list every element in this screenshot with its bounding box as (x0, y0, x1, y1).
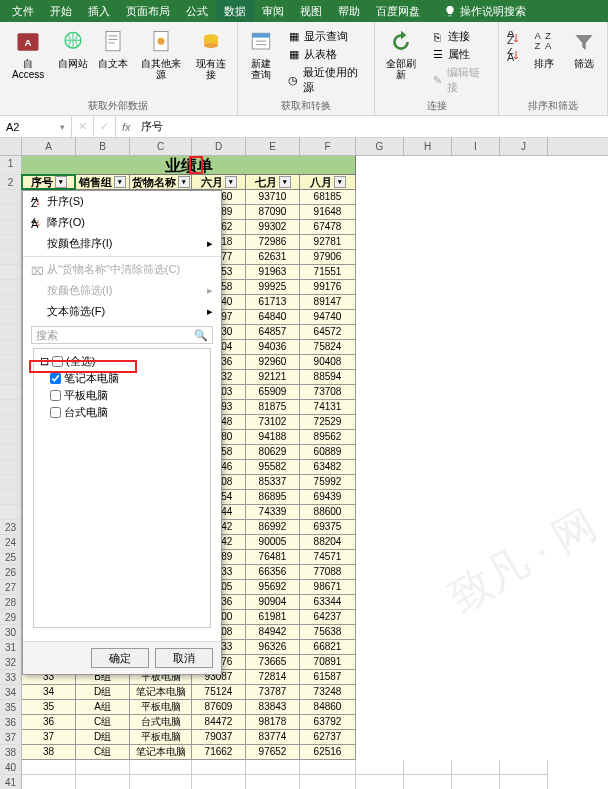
data-cell[interactable]: 69439 (300, 490, 356, 505)
data-cell[interactable]: 94740 (300, 310, 356, 325)
data-cell[interactable]: 92121 (246, 370, 300, 385)
data-cell[interactable]: 81875 (246, 400, 300, 415)
data-cell[interactable]: 71551 (300, 265, 356, 280)
col-header[interactable]: J (500, 138, 548, 155)
filter-search-input[interactable]: 搜索🔍 (31, 326, 213, 344)
data-cell[interactable]: 70891 (300, 655, 356, 670)
data-cell[interactable]: C组 (76, 715, 130, 730)
checkbox-opt1[interactable] (50, 373, 61, 384)
col-header[interactable]: E (246, 138, 300, 155)
data-cell[interactable]: C组 (76, 745, 130, 760)
tab-file[interactable]: 文件 (4, 0, 42, 22)
row-header[interactable] (0, 400, 21, 415)
row-header[interactable] (0, 370, 21, 385)
data-cell[interactable]: 79037 (192, 730, 246, 745)
row-header[interactable] (0, 490, 21, 505)
empty-cell[interactable] (76, 760, 130, 775)
empty-cell[interactable] (76, 775, 130, 789)
table-header[interactable]: 六月▾ (192, 175, 246, 190)
checkbox-opt2[interactable] (50, 390, 61, 401)
table-header[interactable]: 序号▾ (22, 175, 76, 190)
empty-cell[interactable] (22, 775, 76, 789)
data-cell[interactable]: 90005 (246, 535, 300, 550)
btn-new-query[interactable]: 新建 查询 (242, 26, 280, 82)
row-header[interactable]: 26 (0, 565, 21, 580)
data-cell[interactable]: 63344 (300, 595, 356, 610)
filter-option-laptop[interactable]: 笔记本电脑 (38, 370, 206, 387)
row-header[interactable] (0, 295, 21, 310)
tab-view[interactable]: 视图 (292, 0, 330, 22)
row-header[interactable]: 35 (0, 700, 21, 715)
data-cell[interactable]: 笔记本电脑 (130, 685, 192, 700)
table-header[interactable]: 七月▾ (246, 175, 300, 190)
sort-descending[interactable]: ZA降序(O) (23, 212, 221, 233)
cancel-icon[interactable]: ✕ (72, 116, 94, 137)
row-header[interactable]: 29 (0, 610, 21, 625)
table-header[interactable]: 货物名称▾ (130, 175, 192, 190)
row-header[interactable]: 31 (0, 640, 21, 655)
row-header[interactable]: 37 (0, 730, 21, 745)
btn-from-access[interactable]: A自 Access (4, 26, 52, 82)
data-cell[interactable]: 73102 (246, 415, 300, 430)
filter-button[interactable]: ▾ (279, 176, 291, 188)
tab-layout[interactable]: 页面布局 (118, 0, 178, 22)
tab-baidu[interactable]: 百度网盘 (368, 0, 428, 22)
data-cell[interactable]: 93710 (246, 190, 300, 205)
row-header[interactable] (0, 280, 21, 295)
empty-cell[interactable] (356, 760, 404, 775)
data-cell[interactable]: 平板电脑 (130, 730, 192, 745)
data-cell[interactable]: 99925 (246, 280, 300, 295)
data-cell[interactable]: 61587 (300, 670, 356, 685)
data-cell[interactable]: 80629 (246, 445, 300, 460)
filter-select-all[interactable]: ⊟(全选) (38, 353, 206, 370)
formula-input[interactable]: 序号 (137, 119, 167, 134)
row-header[interactable] (0, 430, 21, 445)
checkbox-all[interactable] (52, 356, 63, 367)
empty-cell[interactable] (300, 760, 356, 775)
data-cell[interactable]: A组 (76, 700, 130, 715)
btn-from-other[interactable]: 自其他来源 (134, 26, 187, 82)
btn-refresh-all[interactable]: 全部刷新 (379, 26, 423, 82)
data-cell[interactable]: 94188 (246, 430, 300, 445)
data-cell[interactable]: 90408 (300, 355, 356, 370)
tab-review[interactable]: 审阅 (254, 0, 292, 22)
data-cell[interactable]: 34 (22, 685, 76, 700)
fx-icon[interactable]: fx (116, 121, 137, 133)
row-header[interactable] (0, 265, 21, 280)
data-cell[interactable]: 71662 (192, 745, 246, 760)
btn-recent-sources[interactable]: ◷最近使用的源 (284, 64, 368, 96)
row-header[interactable] (0, 460, 21, 475)
data-cell[interactable]: 35 (22, 700, 76, 715)
data-cell[interactable]: 92781 (300, 235, 356, 250)
btn-connections[interactable]: ⎘连接 (428, 28, 492, 45)
data-cell[interactable]: 98178 (246, 715, 300, 730)
row-header[interactable]: 27 (0, 580, 21, 595)
data-cell[interactable]: 62516 (300, 745, 356, 760)
text-filters[interactable]: 文本筛选(F)▸ (23, 301, 221, 322)
data-cell[interactable]: 85337 (246, 475, 300, 490)
data-cell[interactable]: 86895 (246, 490, 300, 505)
data-cell[interactable]: 72814 (246, 670, 300, 685)
data-cell[interactable]: 98671 (300, 580, 356, 595)
data-cell[interactable]: 87090 (246, 205, 300, 220)
filter-button[interactable]: ▾ (225, 176, 237, 188)
row-header[interactable]: 30 (0, 625, 21, 640)
empty-cell[interactable] (300, 775, 356, 789)
row-header[interactable]: 41 (0, 775, 21, 789)
data-cell[interactable]: 91963 (246, 265, 300, 280)
data-cell[interactable]: 64572 (300, 325, 356, 340)
data-cell[interactable]: 74571 (300, 550, 356, 565)
data-cell[interactable]: 92960 (246, 355, 300, 370)
row-header[interactable]: 33 (0, 670, 21, 685)
empty-cell[interactable] (130, 775, 192, 789)
data-cell[interactable]: 64857 (246, 325, 300, 340)
btn-show-queries[interactable]: ▦显示查询 (284, 28, 368, 45)
sort-ascending[interactable]: AZ升序(S) (23, 191, 221, 212)
data-cell[interactable]: D组 (76, 685, 130, 700)
btn-from-table[interactable]: ▦从表格 (284, 46, 368, 63)
name-box[interactable]: A2▾ (0, 116, 72, 137)
cancel-button[interactable]: 取消 (155, 648, 213, 668)
data-cell[interactable]: 75824 (300, 340, 356, 355)
data-cell[interactable]: 73708 (300, 385, 356, 400)
data-cell[interactable]: 95582 (246, 460, 300, 475)
